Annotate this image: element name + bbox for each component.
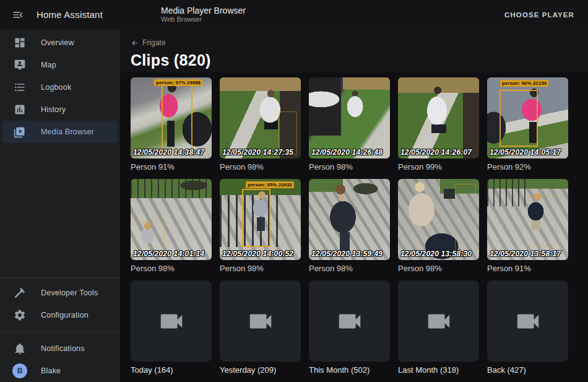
sidebar-item-configuration[interactable]: Configuration: [2, 304, 118, 326]
folder-label: Yesterday (209): [220, 365, 301, 375]
page-title: Clips (820): [131, 51, 577, 69]
video-icon: [157, 307, 186, 336]
sidebar-item-map[interactable]: Map: [2, 54, 118, 76]
sidebar-divider: [0, 331, 120, 332]
clip-timestamp-overlay: 12/05/2020 14:27:35: [222, 148, 293, 157]
clip-caption: Person 98%: [309, 162, 390, 171]
player-title-block: Media Player Browser Web Browser: [161, 6, 246, 24]
sidebar-item-label: Logbook: [41, 83, 71, 92]
clip-item[interactable]: 12/05/2020 13:58:17 Person 91%: [487, 179, 568, 273]
clip-thumbnail: 12/05/2020 13:58:30: [398, 179, 479, 260]
folder-label: Today (164): [131, 365, 212, 375]
clip-caption: Person 99%: [398, 162, 479, 171]
folder-item-back[interactable]: Back (427): [487, 280, 568, 375]
sidebar-item-label: Configuration: [41, 311, 89, 319]
play-box-multiple-icon: [14, 126, 26, 138]
clip-caption: Person 98%: [398, 264, 479, 273]
media-browser-panel: Frigate Clips (820) person: 97% 29988 12…: [120, 29, 588, 382]
clip-thumbnail: 12/05/2020 14:26:48: [309, 77, 390, 158]
sidebar-header: Home Assistant: [0, 7, 120, 22]
folder-thumbnail: [220, 280, 301, 362]
sidebar-item-label: Developer Tools: [41, 289, 98, 297]
user-name: Blake: [41, 367, 61, 375]
tooltip-account-icon: [14, 59, 26, 71]
folder-thumbnail: [487, 280, 568, 362]
player-subtitle: Web Browser: [161, 15, 246, 24]
clip-thumbnail: person: 95% 23432 12/05/2020 14:00:52: [220, 179, 301, 260]
detection-label: person: 96% 32154: [500, 80, 548, 87]
clip-timestamp-overlay: 12/05/2020 13:58:30: [400, 250, 472, 258]
clip-timestamp-overlay: 12/05/2020 14:05:17: [490, 148, 561, 157]
clip-item[interactable]: 12/05/2020 14:26:07 Person 99%: [398, 77, 479, 171]
clips-grid: person: 97% 29988 12/05/2020 14:38:47 Pe…: [120, 72, 588, 375]
detection-label: person: 97% 29988: [154, 79, 202, 86]
video-icon: [246, 307, 275, 336]
clip-thumbnail: 12/05/2020 13:58:17: [487, 179, 568, 260]
clip-thumbnail: 12/05/2020 14:27:35: [220, 77, 301, 158]
folder-item-yesterday[interactable]: Yesterday (209): [220, 280, 301, 375]
folder-thumbnail: [131, 280, 212, 362]
arrow-left-icon: [131, 39, 139, 47]
sidebar-item-logbook[interactable]: Logbook: [2, 76, 118, 98]
clip-caption: Person 91%: [487, 264, 568, 273]
choose-player-button[interactable]: CHOOSE PLAYER: [499, 6, 579, 24]
clip-timestamp-overlay: 12/05/2020 13:59:49: [311, 250, 383, 258]
sidebar-item-label: History: [41, 105, 66, 114]
clip-item[interactable]: 12/05/2020 13:59:49 Person 98%: [309, 179, 390, 273]
chart-box-icon: [14, 103, 26, 116]
clip-item[interactable]: 12/05/2020 14:26:48 Person 98%: [309, 77, 390, 171]
video-icon: [335, 307, 364, 336]
list-bulleted-icon: [14, 81, 26, 93]
sidebar-item-notifications[interactable]: Notifications: [2, 337, 118, 360]
detection-bbox: [455, 184, 476, 252]
clip-caption: Person 91%: [131, 162, 212, 171]
folder-item-last-month[interactable]: Last Month (318): [398, 280, 479, 375]
sidebar-spacer: [0, 143, 120, 275]
app-title: Home Assistant: [37, 9, 103, 20]
sidebar-item-history[interactable]: History: [2, 98, 118, 121]
clip-caption: Person 92%: [487, 162, 568, 171]
player-title: Media Player Browser: [161, 6, 246, 16]
gear-icon: [14, 309, 26, 321]
clip-timestamp-overlay: 12/05/2020 14:00:52: [222, 250, 293, 258]
back-button[interactable]: Frigate: [131, 38, 165, 47]
avatar: B: [12, 363, 27, 378]
clip-item[interactable]: 12/05/2020 14:27:35 Person 98%: [220, 77, 301, 171]
detection-label: person: 95% 23432: [246, 181, 294, 188]
detection-bbox: [162, 84, 192, 150]
media-browser-header: Frigate Clips (820): [120, 29, 588, 72]
sidebar-item-label: Notifications: [41, 344, 85, 353]
clip-item[interactable]: person: 95% 23432 12/05/2020 14:00:52 Pe…: [220, 179, 301, 273]
clip-timestamp-overlay: 12/05/2020 14:01:14: [133, 250, 204, 258]
folder-label: Last Month (318): [398, 365, 479, 375]
clip-timestamp-overlay: 12/05/2020 13:58:17: [490, 250, 561, 258]
sidebar-item-label: Media Browser: [41, 128, 94, 136]
top-app-bar: Home Assistant Media Player Browser Web …: [0, 0, 588, 29]
sidebar-item-user[interactable]: B Blake: [2, 360, 118, 382]
detection-bbox: [521, 196, 556, 246]
clip-item[interactable]: person: 96% 32154 12/05/2020 14:05:17 Pe…: [487, 77, 568, 171]
sidebar: Overview Map Logbook History Media Brows…: [0, 29, 120, 382]
clip-timestamp-overlay: 12/05/2020 14:26:48: [311, 148, 383, 157]
video-icon: [425, 307, 453, 336]
sidebar-item-label: Overview: [41, 38, 74, 47]
clip-timestamp-overlay: 12/05/2020 14:38:47: [133, 148, 204, 157]
folder-item-today[interactable]: Today (164): [131, 280, 212, 375]
menu-open-icon[interactable]: [11, 7, 25, 22]
folder-thumbnail: [309, 280, 390, 362]
sidebar-item-developer-tools[interactable]: Developer Tools: [2, 282, 118, 304]
folder-item-this-month[interactable]: This Month (502): [309, 280, 390, 375]
sidebar-item-overview[interactable]: Overview: [2, 32, 118, 54]
back-label: Frigate: [142, 38, 165, 47]
sidebar-divider: [0, 277, 120, 278]
clip-item[interactable]: person: 97% 29988 12/05/2020 14:38:47 Pe…: [131, 77, 212, 171]
sidebar-item-media-browser[interactable]: Media Browser: [2, 121, 118, 143]
clip-item[interactable]: 12/05/2020 14:01:14 Person 98%: [131, 179, 212, 273]
clip-item[interactable]: 12/05/2020 13:58:30 Person 98%: [398, 179, 479, 273]
folder-label: Back (427): [487, 365, 568, 375]
clip-thumbnail: 12/05/2020 13:59:49: [309, 179, 390, 260]
clip-timestamp-overlay: 12/05/2020 14:26:07: [400, 148, 472, 157]
sidebar-item-label: Map: [41, 61, 56, 69]
clip-caption: Person 98%: [220, 162, 301, 171]
view-dashboard-icon: [14, 37, 26, 49]
